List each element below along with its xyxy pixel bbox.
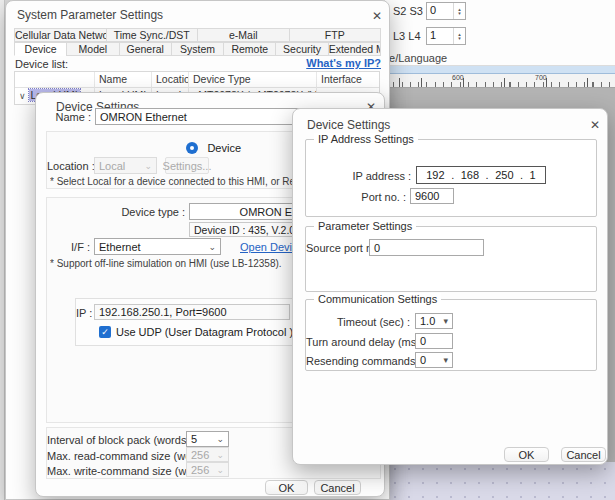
chevron-down-icon: ▾	[443, 355, 448, 365]
cancel-button[interactable]: Cancel	[314, 480, 361, 495]
table-header-row: Name Location Device Type Interface	[15, 72, 379, 88]
parameter-settings-group: Parameter Settings Source port no. : 0	[305, 226, 597, 292]
turn-around-delay-field[interactable]: 0	[415, 333, 453, 349]
timeout-value: 1.0	[420, 315, 435, 327]
cancel-button[interactable]: Cancel	[561, 447, 606, 462]
ruler-major-ticks	[385, 78, 615, 87]
tab-row-secondary: Cellular Data Network Time Sync./DST e-M…	[14, 28, 380, 42]
device-radio-label: Device	[207, 142, 241, 154]
source-port-label: Source port no. :	[306, 242, 365, 254]
chevron-down-icon[interactable]: ∨	[19, 91, 26, 101]
source-port-field[interactable]: 0	[369, 239, 484, 256]
header-interface[interactable]: Interface	[317, 72, 379, 88]
tab-general[interactable]: General	[119, 42, 172, 56]
location-value: Local	[99, 160, 125, 172]
tab-remote[interactable]: Remote	[223, 42, 276, 56]
tab-model[interactable]: Model	[66, 42, 119, 56]
ip-octet-1[interactable]: 192	[426, 169, 444, 181]
screen: S2 S3 0 ▴▾ L3 L4 1 ▴▾ te/Language 600 70…	[0, 0, 615, 500]
chevron-down-icon: ⌄	[216, 465, 224, 475]
toolbar-blue-band	[385, 66, 615, 74]
whats-my-ip-link[interactable]: What's my IP?	[306, 57, 381, 69]
interval-value: 5	[191, 433, 197, 445]
language-spinner-value[interactable]: 1	[427, 28, 454, 44]
if-dropdown[interactable]: Ethernet ⌄	[94, 238, 221, 255]
tab-system[interactable]: System	[171, 42, 224, 56]
tab-email[interactable]: e-Mail	[197, 28, 290, 42]
spinner-arrows-icon[interactable]: ▴▾	[454, 3, 465, 19]
header-location[interactable]: Location	[152, 72, 189, 88]
language-spinner[interactable]: 1 ▴▾	[426, 27, 466, 45]
resending-commands-value: 0	[420, 354, 426, 366]
simulation-note: * Support off-line simulation on HMI (us…	[50, 258, 282, 269]
tab-security[interactable]: Security	[275, 42, 328, 56]
timeout-dropdown[interactable]: 1.0 ▾	[415, 313, 453, 329]
tab-device[interactable]: Device	[14, 42, 67, 56]
tab-time-sync-dst[interactable]: Time Sync./DST	[106, 28, 199, 42]
background-panel: S2 S3 0 ▴▾ L3 L4 1 ▴▾ te/Language	[385, 0, 615, 66]
ip-label: IP :	[76, 307, 90, 319]
write-size-dropdown[interactable]: 256 ⌄	[186, 462, 229, 477]
header-name[interactable]: Name	[95, 72, 152, 88]
ip-octet-4[interactable]: 1	[530, 169, 536, 181]
device-list-label: Device list:	[15, 58, 68, 70]
ruler-label-700: 700	[535, 74, 547, 81]
tab-row-primary: Device Model General System Remote Secur…	[14, 42, 380, 56]
ip-address-settings-group: IP Address Settings IP address : 192 . 1…	[305, 139, 597, 217]
device-radio[interactable]	[186, 142, 198, 154]
udp-checkbox[interactable]: ✓	[99, 326, 111, 338]
close-icon[interactable]: ✕	[584, 116, 606, 133]
chevron-down-icon: ⌄	[216, 434, 224, 444]
ip-address-field[interactable]: 192 . 168 . 250 . 1	[416, 166, 546, 184]
ip-address-label: IP address :	[306, 170, 411, 182]
read-size-label: Max. read-command size (words) :	[47, 450, 182, 462]
ip-octet-3[interactable]: 250	[495, 169, 513, 181]
ok-button[interactable]: OK	[504, 447, 549, 462]
horizontal-ruler: 600 700	[385, 74, 615, 88]
tab-ftp[interactable]: FTP	[289, 28, 382, 42]
ok-button[interactable]: OK	[265, 480, 308, 495]
communication-group-legend: Communication Settings	[314, 293, 441, 305]
chevron-down-icon: ▾	[443, 316, 448, 326]
read-size-value: 256	[191, 449, 209, 461]
ip-field[interactable]: 192.168.250.1, Port=9600	[94, 304, 290, 320]
communication-settings-group: Communication Settings Timeout (sec) : 1…	[305, 299, 597, 371]
dialog-title: Device Settings	[307, 118, 390, 132]
tab-extended-memory[interactable]: Extended Memory	[328, 42, 381, 56]
read-size-dropdown[interactable]: 256 ⌄	[186, 447, 229, 462]
header-blank	[15, 72, 95, 88]
port-no-field[interactable]: 9600	[410, 188, 454, 204]
header-device-type[interactable]: Device Type	[189, 72, 317, 88]
resending-commands-dropdown[interactable]: 0 ▾	[415, 352, 453, 368]
tab-cellular-data-network[interactable]: Cellular Data Network	[14, 28, 107, 42]
spinner-arrows-icon[interactable]: ▴▾	[454, 28, 465, 44]
udp-checkbox-label: Use UDP (User Datagram Protocol )	[116, 326, 293, 338]
state-spinner[interactable]: 0 ▴▾	[426, 2, 466, 20]
interval-dropdown[interactable]: 5 ⌄	[186, 431, 229, 447]
interval-label: Interval of block pack (words) :	[47, 434, 182, 446]
chevron-down-icon: ⌄	[216, 450, 224, 460]
write-size-value: 256	[191, 464, 209, 476]
resending-commands-label: Resending commands :	[306, 355, 410, 367]
chevron-down-icon: ⌄	[208, 242, 216, 252]
if-value: Ethernet	[99, 241, 141, 253]
state-row-label: S2 S3	[393, 5, 423, 17]
ip-group-legend: IP Address Settings	[314, 133, 418, 145]
state-spinner-value[interactable]: 0	[427, 3, 454, 19]
location-dropdown[interactable]: Local ⌄	[94, 157, 157, 174]
timeout-label: Timeout (sec) :	[306, 316, 410, 328]
ip-device-settings-dialog: Device Settings ✕ IP Address Settings IP…	[292, 108, 608, 465]
port-no-label: Port no. :	[306, 191, 406, 203]
ruler-label-600: 600	[452, 74, 464, 81]
turn-around-delay-label: Turn around delay (ms) :	[306, 336, 410, 348]
chevron-down-icon: ⌄	[144, 161, 152, 171]
ip-octet-2[interactable]: 168	[461, 169, 479, 181]
octet-separator: .	[520, 169, 523, 181]
parameter-group-legend: Parameter Settings	[314, 220, 416, 232]
write-size-label: Max. write-command size (words) :	[47, 465, 182, 477]
state-language-caption: te/Language	[386, 52, 447, 64]
close-icon[interactable]: ✕	[366, 7, 388, 24]
location-label: Location :	[47, 160, 90, 172]
location-settings-button[interactable]: Settings...	[165, 157, 209, 174]
octet-separator: .	[486, 169, 489, 181]
